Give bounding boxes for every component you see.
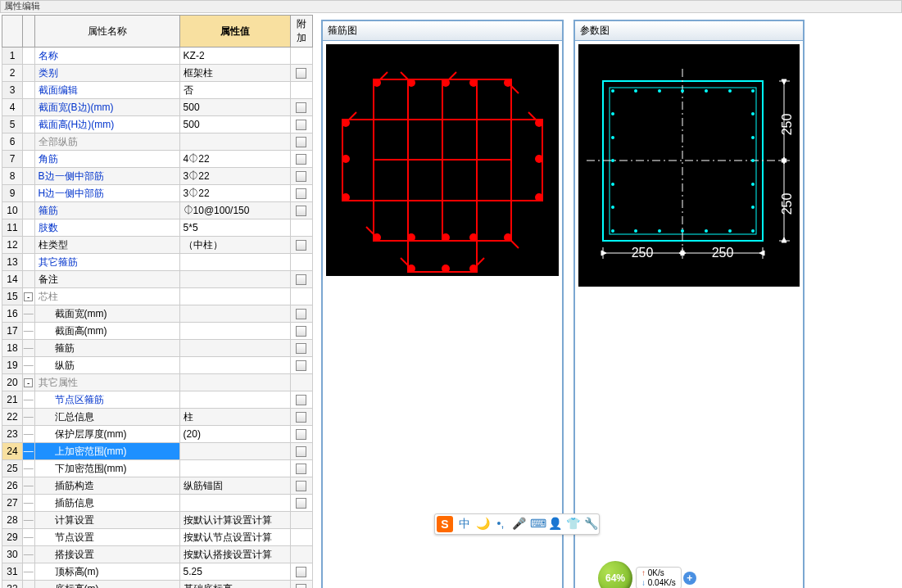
extra-cell[interactable] [290,357,312,374]
table-row[interactable]: 16—截面宽(mm) [2,305,313,323]
property-name[interactable]: 顶标高(m) [34,563,179,581]
checkbox-icon[interactable] [296,412,306,423]
property-value[interactable]: 按默认节点设置计算 [179,529,290,546]
property-name[interactable]: 插筋构造 [34,477,179,495]
property-value[interactable] [179,391,290,409]
col-header-extra[interactable]: 附加 [290,16,312,47]
property-name[interactable]: 角筋 [34,151,179,168]
extra-cell[interactable] [290,391,312,409]
extra-cell[interactable] [290,288,312,305]
property-value[interactable] [179,288,290,305]
checkbox-icon[interactable] [296,395,306,405]
extra-cell[interactable] [290,202,312,219]
table-row[interactable]: 30—搭接设置按默认搭接设置计算 [2,546,313,563]
checkbox-icon[interactable] [296,154,306,165]
property-name[interactable]: 柱类型 [34,237,179,254]
property-value[interactable]: 3⏀22 [179,168,290,185]
property-name[interactable]: 插筋信息 [34,495,179,512]
property-name[interactable]: 截面高(H边)(mm) [34,116,179,133]
extra-cell[interactable] [290,47,312,65]
ime-logo-icon[interactable]: S [437,516,453,532]
checkbox-icon[interactable] [296,240,306,251]
checkbox-icon[interactable] [296,429,306,440]
table-row[interactable]: 32—底标高(m)基础底标高 [2,581,313,589]
property-name[interactable]: 其它属性 [34,374,179,391]
table-row[interactable]: 4截面宽(B边)(mm)500 [2,99,313,116]
property-value[interactable]: 500 [179,99,290,116]
ime-button[interactable]: 👤 [548,517,561,531]
table-row[interactable]: 26—插筋构造纵筋锚固 [2,477,313,495]
table-row[interactable]: 25—下加密范围(mm) [2,460,313,477]
table-row[interactable]: 27—插筋信息 [2,495,313,512]
extra-cell[interactable] [290,82,312,99]
property-value[interactable] [179,460,290,477]
property-name[interactable]: 截面宽(B边)(mm) [34,99,179,116]
table-row[interactable]: 23—保护层厚度(mm)(20) [2,426,313,443]
ime-button[interactable]: 🎤 [512,517,525,531]
property-value[interactable] [179,323,290,340]
property-value[interactable]: 500 [179,116,290,133]
property-name[interactable]: 纵筋 [34,357,179,374]
collapse-icon[interactable]: - [24,378,33,387]
extra-cell[interactable] [290,340,312,357]
checkbox-icon[interactable] [296,274,306,285]
property-value[interactable]: ⏀10@100/150 [179,202,290,219]
checkbox-icon[interactable] [296,446,306,457]
table-row[interactable]: 6全部纵筋 [2,133,313,151]
extra-cell[interactable] [290,168,312,185]
table-row[interactable]: 21—节点区箍筋 [2,391,313,409]
checkbox-icon[interactable] [296,120,306,130]
extra-cell[interactable] [290,374,312,391]
extra-cell[interactable] [290,409,312,426]
table-row[interactable]: 10箍筋⏀10@100/150 [2,202,313,219]
table-row[interactable]: 17—截面高(mm) [2,323,313,340]
property-value[interactable] [179,357,290,374]
property-name[interactable]: 截面宽(mm) [34,305,179,323]
extra-cell[interactable] [290,99,312,116]
extra-cell[interactable] [290,443,312,460]
property-value[interactable]: 框架柱 [179,65,290,82]
checkbox-icon[interactable] [296,68,306,79]
checkbox-icon[interactable] [296,326,306,337]
property-name[interactable]: 截面编辑 [34,82,179,99]
checkbox-icon[interactable] [296,188,306,199]
checkbox-icon[interactable] [296,464,306,474]
table-row[interactable]: 22—汇总信息柱 [2,409,313,426]
network-add-icon[interactable]: + [683,572,696,585]
checkbox-icon[interactable] [296,567,306,577]
checkbox-icon[interactable] [296,206,306,216]
table-row[interactable]: 31—顶标高(m)5.25 [2,563,313,581]
extra-cell[interactable] [290,512,312,529]
table-row[interactable]: 5截面高(H边)(mm)500 [2,116,313,133]
property-value[interactable] [179,271,290,288]
checkbox-icon[interactable] [296,309,306,319]
extra-cell[interactable] [290,185,312,202]
extra-cell[interactable] [290,271,312,288]
checkbox-icon[interactable] [296,343,306,354]
extra-cell[interactable] [290,546,312,563]
property-value[interactable]: 5.25 [179,563,290,581]
property-value[interactable]: 按默认计算设置计算 [179,512,290,529]
extra-cell[interactable] [290,581,312,589]
ime-button[interactable]: 👕 [566,517,579,531]
table-row[interactable]: 18—箍筋 [2,340,313,357]
property-value[interactable] [179,495,290,512]
extra-cell[interactable] [290,563,312,581]
table-row[interactable]: 15-芯柱 [2,288,313,305]
table-row[interactable]: 1名称KZ-2 [2,47,313,65]
property-value[interactable]: 否 [179,82,290,99]
checkbox-icon[interactable] [296,137,306,147]
property-value[interactable]: 3⏀22 [179,185,290,202]
property-name[interactable]: 底标高(m) [34,581,179,589]
table-row[interactable]: 29—节点设置按默认节点设置计算 [2,529,313,546]
property-value[interactable]: 5*5 [179,219,290,237]
extra-cell[interactable] [290,133,312,151]
property-name[interactable]: 上加密范围(mm) [34,443,179,460]
extra-cell[interactable] [290,219,312,237]
property-value[interactable]: KZ-2 [179,47,290,65]
property-value[interactable] [179,254,290,271]
property-value[interactable]: (20) [179,426,290,443]
table-row[interactable]: 11肢数5*5 [2,219,313,237]
table-row[interactable]: 28—计算设置按默认计算设置计算 [2,512,313,529]
property-name[interactable]: 搭接设置 [34,546,179,563]
